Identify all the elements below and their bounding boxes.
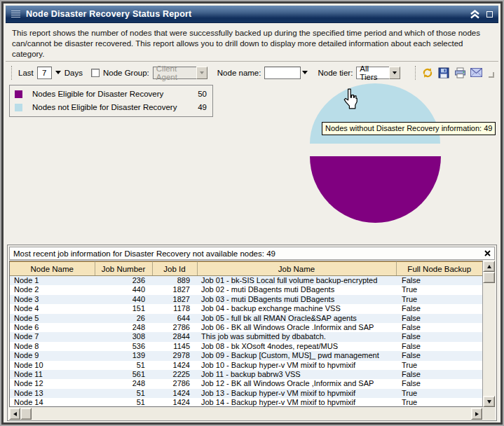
cell-job-number: 236 xyxy=(95,276,152,286)
cell-node-name: Node 14 xyxy=(10,398,95,407)
job-table: Node NameJob NumberJob IdJob NameFull No… xyxy=(9,261,483,407)
days-count-select[interactable]: 7 xyxy=(37,67,52,79)
cell-job-name: Job 01 - bk-SIS Local full volume backup… xyxy=(197,276,396,286)
grip-icon xyxy=(11,11,20,18)
pie-tooltip: Nodes without Disaster Recovery informat… xyxy=(322,122,496,135)
cell-job-id: 2844 xyxy=(152,332,197,341)
cell-job-number: 26 xyxy=(95,314,152,323)
cell-job-id: 1424 xyxy=(152,361,197,370)
print-icon[interactable] xyxy=(454,67,466,79)
cell-job-name: Job 10 - Backup hyper-v VM mixif to hpvm… xyxy=(197,361,396,370)
node-group-value: Client Agent xyxy=(153,67,196,79)
hand-cursor-icon xyxy=(342,88,357,109)
cell-job-id: 1827 xyxy=(152,295,197,304)
cell-full-node-backup: False xyxy=(396,314,482,323)
cell-full-node-backup: False xyxy=(396,276,482,286)
legend-item[interactable]: Nodes Eligible for Disaster Recovery50 xyxy=(15,90,207,98)
column-header[interactable]: Job Id xyxy=(152,262,197,276)
cell-job-number: 139 xyxy=(95,351,152,360)
cell-job-name: Job 05 - full bk all RMAN Oracle&SAP age… xyxy=(197,314,396,323)
scroll-right-button[interactable] xyxy=(471,408,482,420)
legend-item[interactable]: Nodes not Eligible for Disaster Recovery… xyxy=(15,103,207,111)
chart-area: Nodes Eligible for Disaster Recovery50No… xyxy=(6,83,498,242)
chart-legend: Nodes Eligible for Disaster Recovery50No… xyxy=(9,85,213,117)
pie-slice-eligible[interactable] xyxy=(310,156,441,223)
cell-job-id: 889 xyxy=(152,276,197,286)
cell-job-id: 2978 xyxy=(152,351,197,360)
cell-job-number: 151 xyxy=(95,304,152,313)
cell-job-name: This job was submitted by dbabatch. xyxy=(197,332,396,341)
cell-job-id: 1145 xyxy=(152,342,197,351)
table-row[interactable]: Node 14511424Job 14 - Backup hyper-v VM … xyxy=(10,398,482,407)
cell-node-name: Node 1 xyxy=(10,276,95,286)
table-row[interactable]: Node 62482786Job 06 - BK all Windows Ora… xyxy=(10,323,482,332)
cell-job-name: Job 02 - muti DBagents muti DBagents xyxy=(197,285,396,294)
title-bar: Node Disaster Recovery Status Report xyxy=(6,6,498,23)
column-header[interactable]: Full Node Backup xyxy=(396,262,482,276)
table-row[interactable]: Node 24401827Job 02 - muti DBagents muti… xyxy=(10,285,482,294)
detail-panel: Most recent job information for Disaster… xyxy=(7,245,497,421)
cell-job-id: 2786 xyxy=(152,379,197,388)
column-header[interactable]: Job Number xyxy=(95,262,152,276)
table-row[interactable]: Node 34401827Job 03 - muti DBagents muti… xyxy=(10,295,482,304)
table-row[interactable]: Node 10511424Job 10 - Backup hyper-v VM … xyxy=(10,361,482,370)
close-icon[interactable] xyxy=(483,249,492,258)
days-dropdown-arrow-icon[interactable] xyxy=(55,71,61,74)
restore-icon[interactable] xyxy=(486,11,493,18)
table-row[interactable]: Node 85361145Job 08 - bk XOsoft 4nodes, … xyxy=(10,342,482,351)
table-row[interactable]: Node 122482786Job 12 - BK all Windows Or… xyxy=(10,379,482,388)
node-group-select: Client Agent xyxy=(153,67,207,79)
scroll-left-button[interactable] xyxy=(9,408,20,420)
node-group-dropdown-button xyxy=(196,67,207,79)
node-name-dropdown-arrow-icon[interactable] xyxy=(302,71,308,74)
cell-job-id: 1178 xyxy=(152,304,197,313)
table-row[interactable]: Node 91392978Job 09 - Backup [Custom, MU… xyxy=(10,351,482,360)
cell-full-node-backup: False xyxy=(396,323,482,332)
vertical-scroll-thumb[interactable] xyxy=(483,272,495,283)
last-label: Last xyxy=(18,69,34,77)
cell-node-name: Node 5 xyxy=(10,314,95,323)
table-row[interactable]: Node 13511424Job 13 - Backup hyper-v VM … xyxy=(10,389,482,398)
cell-full-node-backup: False xyxy=(396,304,482,313)
vertical-scrollbar[interactable] xyxy=(483,261,495,407)
cell-job-number: 248 xyxy=(95,323,152,332)
node-name-input[interactable] xyxy=(264,67,301,79)
table-row[interactable]: Node 41511178Job 04 - backup exchange ma… xyxy=(10,304,482,313)
column-header[interactable]: Job Name xyxy=(197,262,396,276)
legend-value: 50 xyxy=(193,90,207,98)
cell-job-number: 248 xyxy=(95,379,152,388)
horizontal-scrollbar[interactable] xyxy=(9,408,482,420)
days-label: Days xyxy=(64,69,83,77)
scroll-up-button[interactable] xyxy=(483,261,495,272)
cell-full-node-backup: True xyxy=(396,295,482,304)
table-row[interactable]: Node 115612225Job 11 - backup babrw3 VSS… xyxy=(10,370,482,379)
cell-job-id: 1424 xyxy=(152,398,197,407)
page-title: Node Disaster Recovery Status Report xyxy=(26,9,191,19)
node-group-checkbox[interactable] xyxy=(91,69,100,77)
cell-node-name: Node 10 xyxy=(10,361,95,370)
cell-node-name: Node 3 xyxy=(10,295,95,304)
cell-job-name: Job 11 - backup babrw3 VSS xyxy=(197,370,396,379)
cell-job-id: 2786 xyxy=(152,323,197,332)
table-row[interactable]: Node 1236889Job 01 - bk-SIS Local full v… xyxy=(10,276,482,286)
cell-job-name: Job 12 - BK all Windows Oracle ,Informix… xyxy=(197,379,396,388)
legend-label: Nodes Eligible for Disaster Recovery xyxy=(32,90,193,98)
cell-full-node-backup: False xyxy=(396,332,482,341)
collapse-icon[interactable] xyxy=(470,10,480,19)
cell-node-name: Node 8 xyxy=(10,342,95,351)
email-icon[interactable] xyxy=(470,67,482,79)
cell-job-name: Job 03 - muti DBagents muti DBagents xyxy=(197,295,396,304)
cell-node-name: Node 13 xyxy=(10,389,95,398)
cell-full-node-backup: False xyxy=(396,342,482,351)
scroll-down-button[interactable] xyxy=(483,396,495,407)
cell-node-name: Node 4 xyxy=(10,304,95,313)
legend-value: 49 xyxy=(193,103,207,111)
cell-job-id: 644 xyxy=(152,314,197,323)
table-row[interactable]: Node 526644Job 05 - full bk all RMAN Ora… xyxy=(10,314,482,323)
cell-node-name: Node 2 xyxy=(10,285,95,294)
column-header[interactable]: Node Name xyxy=(10,262,95,276)
table-row[interactable]: Node 73082844This job was submitted by d… xyxy=(10,332,482,341)
cell-node-name: Node 11 xyxy=(10,370,95,379)
cell-job-name: Job 09 - Backup [Custom, MUS]_ pwd manag… xyxy=(197,351,396,360)
horizontal-scroll-thumb[interactable] xyxy=(20,408,32,420)
